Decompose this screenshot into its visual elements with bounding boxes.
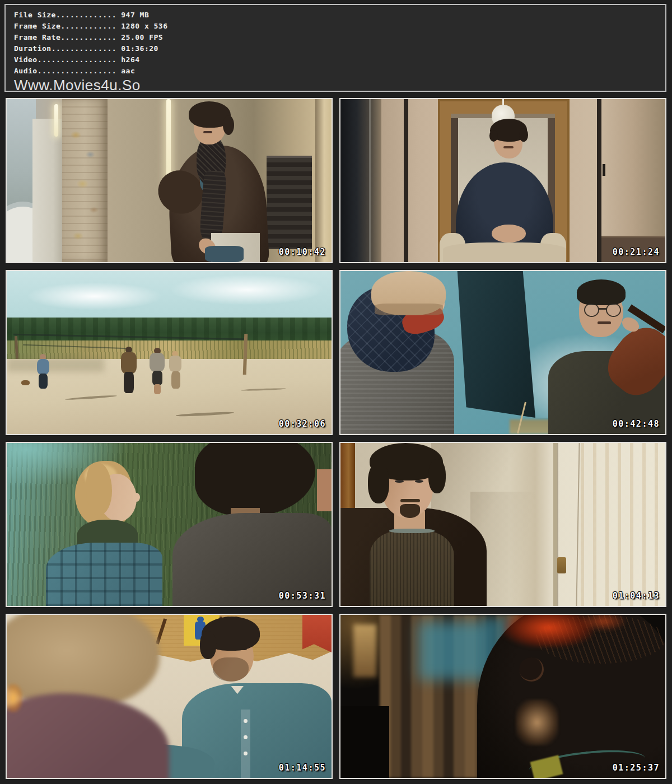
red-rim-light bbox=[581, 615, 626, 631]
man-jeans bbox=[205, 246, 244, 262]
dot-leader: ............ bbox=[60, 33, 116, 41]
scene-seated-interview bbox=[340, 99, 665, 262]
info-label: Video bbox=[14, 55, 38, 64]
timestamp-overlay: 01:04:13 bbox=[613, 591, 660, 601]
light-strip bbox=[54, 104, 59, 137]
light-slit bbox=[353, 624, 376, 676]
clasped-hands bbox=[492, 225, 526, 242]
person-brown-coat bbox=[121, 352, 137, 374]
dot-leader: .............. bbox=[52, 44, 117, 53]
woman-nose bbox=[133, 493, 140, 502]
glasses-lens bbox=[584, 303, 599, 317]
info-row-duration: Duration..............01:36:20 bbox=[14, 43, 657, 54]
blue-figure-head bbox=[197, 617, 204, 622]
red-rim-light bbox=[503, 615, 594, 647]
person-light-top bbox=[169, 356, 181, 372]
scarf-tail bbox=[199, 170, 227, 240]
glass-reflection bbox=[369, 99, 371, 262]
person-legs bbox=[154, 384, 161, 394]
info-value: h264 bbox=[116, 55, 139, 64]
info-label: Audio bbox=[14, 67, 38, 75]
scene-dark-silhouette bbox=[340, 615, 665, 778]
hair-side bbox=[428, 459, 446, 493]
info-value: 01:36:20 bbox=[116, 44, 158, 53]
mustache bbox=[400, 499, 420, 503]
jaw-light bbox=[516, 699, 558, 745]
hair-curl bbox=[223, 115, 234, 135]
archway bbox=[315, 99, 332, 262]
scene-flag-violinist bbox=[340, 271, 665, 434]
hair-side bbox=[200, 631, 216, 659]
person-shorts bbox=[152, 371, 162, 385]
scene-hallway-man bbox=[340, 443, 665, 606]
door-frame-edge bbox=[404, 99, 408, 262]
hair-curl bbox=[489, 130, 498, 141]
site-watermark: Www.Movies4u.So bbox=[14, 77, 657, 94]
screenshot-thumb-3: 00:32:06 bbox=[6, 270, 333, 435]
info-row-frame-rate: Frame Rate............25.00 FPS bbox=[14, 32, 657, 43]
eye bbox=[415, 480, 423, 483]
info-row-frame-size: Frame Size............1280 x 536 bbox=[14, 21, 657, 32]
media-info-panel: File Size.............947 MB Frame Size.… bbox=[4, 4, 666, 92]
hair-curl bbox=[519, 128, 528, 141]
timestamp-overlay: 00:32:06 bbox=[279, 419, 326, 429]
dot-leader: ............ bbox=[60, 22, 116, 30]
info-label: Frame Size bbox=[14, 22, 60, 30]
screens-preview-page: { "header": { "info": [ {"label": "File … bbox=[0, 0, 672, 784]
man-cheek bbox=[317, 469, 332, 512]
info-row-file-size: File Size.............947 MB bbox=[14, 10, 657, 21]
keyhole-plate bbox=[557, 557, 566, 573]
scene-table-conversation bbox=[7, 615, 332, 778]
woman-sweater-blurred bbox=[7, 693, 169, 778]
timestamp-overlay: 00:42:48 bbox=[613, 419, 660, 429]
goatee bbox=[400, 504, 420, 518]
info-label: Frame Rate bbox=[14, 33, 60, 41]
timestamp-overlay: 00:53:31 bbox=[279, 591, 326, 601]
timestamp-overlay: 00:21:24 bbox=[613, 247, 660, 257]
scene-dune-couple bbox=[7, 443, 332, 606]
cloud bbox=[169, 274, 325, 305]
cloud bbox=[26, 282, 163, 310]
sand-shadow bbox=[7, 357, 104, 372]
stubble bbox=[213, 657, 249, 682]
screenshot-thumb-2: 00:21:24 bbox=[339, 98, 666, 263]
beanie-band bbox=[375, 304, 443, 315]
mustache bbox=[203, 131, 212, 133]
info-row-video: Video.................h264 bbox=[14, 54, 657, 66]
info-label: Duration bbox=[14, 44, 52, 53]
glass-partition bbox=[340, 99, 381, 262]
white-pillar bbox=[32, 119, 62, 262]
scene-beach-volleyball bbox=[7, 271, 332, 434]
info-label: File Size bbox=[14, 11, 56, 19]
dark-furniture bbox=[340, 706, 389, 778]
info-value: 25.00 FPS bbox=[116, 33, 163, 41]
person-legs bbox=[124, 372, 133, 393]
brick-column bbox=[62, 99, 108, 262]
person-legs bbox=[171, 371, 180, 389]
hair-side bbox=[368, 463, 389, 503]
glasses-lens bbox=[606, 303, 621, 317]
screenshot-grid: 00:10:42 00 bbox=[6, 98, 666, 779]
wall-crack bbox=[576, 443, 580, 606]
beach-bag bbox=[21, 380, 30, 385]
screenshot-thumb-8: 01:25:37 bbox=[339, 614, 666, 779]
screenshot-thumb-4: 00:42:48 bbox=[339, 270, 666, 435]
door-frame-line bbox=[553, 443, 557, 606]
timestamp-overlay: 01:14:55 bbox=[279, 763, 326, 773]
glasses-bridge bbox=[599, 308, 607, 310]
door-frame-edge bbox=[597, 99, 601, 262]
ear bbox=[519, 657, 544, 682]
dot-leader: ................. bbox=[38, 67, 117, 75]
screenshot-thumb-6: 01:04:13 bbox=[339, 442, 666, 607]
info-value: aac bbox=[116, 67, 135, 75]
knit-sweater bbox=[370, 531, 454, 606]
info-value: 1280 x 536 bbox=[116, 22, 167, 30]
timestamp-overlay: 00:10:42 bbox=[279, 247, 326, 257]
dot-leader: ............. bbox=[56, 11, 116, 19]
mustache bbox=[503, 146, 513, 149]
door-hinge bbox=[603, 164, 605, 175]
person-legs bbox=[39, 374, 48, 388]
plaid-coat bbox=[46, 543, 163, 606]
mustache bbox=[598, 321, 610, 324]
info-value: 947 MB bbox=[116, 11, 149, 19]
